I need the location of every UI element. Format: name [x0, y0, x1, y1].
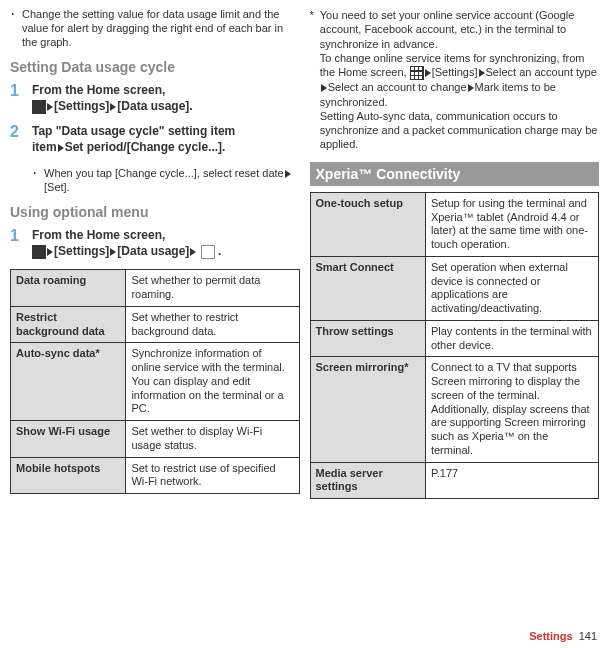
step-text: From the Home screen,: [32, 228, 165, 242]
apps-grid-icon: [32, 245, 46, 259]
substep-post: [Set].: [44, 181, 70, 193]
note-p2-c: Select an account to change: [328, 81, 467, 93]
arrow-icon: [47, 248, 53, 256]
option-desc: Set whether to permit data roaming.: [126, 270, 299, 307]
option-label: Media server settings: [310, 462, 425, 499]
note-p3: Setting Auto-sync data, communication oc…: [320, 110, 598, 151]
option-desc: Play contents in the terminal with other…: [425, 320, 598, 357]
table-row: Media server settingsP.177: [310, 462, 599, 499]
table-row: Mobile hotspotsSet to restrict use of sp…: [11, 457, 300, 494]
option-desc: P.177: [425, 462, 598, 499]
footnote-text: You need to set your online service acco…: [320, 8, 599, 152]
apps-grid-icon: [32, 100, 46, 114]
option-label: Screen mirroring*: [310, 357, 425, 462]
option-desc: Connect to a TV that supports Screen mir…: [425, 357, 598, 462]
step-text: [Settings]: [54, 99, 109, 113]
option-label: Data roaming: [11, 270, 126, 307]
section-banner: Xperia™ Connectivity: [310, 162, 600, 186]
table-row: Auto-sync data*Synchronize information o…: [11, 343, 300, 421]
arrow-icon: [58, 144, 64, 152]
arrow-icon: [47, 103, 53, 111]
bullet-item: ･ Change the setting value for data usag…: [10, 8, 300, 49]
option-label: Restrict background data: [11, 306, 126, 343]
step-text: Set period/[Change cycle...].: [65, 140, 226, 154]
table-row: One-touch setupSetup for using the termi…: [310, 192, 599, 256]
table-row: Screen mirroring*Connect to a TV that su…: [310, 357, 599, 462]
arrow-icon: [425, 69, 431, 77]
step-2: 2 Tap "Data usage cycle" setting item it…: [10, 124, 300, 155]
table-row: Throw settingsPlay contents in the termi…: [310, 320, 599, 357]
section-heading: Setting Data usage cycle: [10, 59, 300, 75]
option-desc: Synchronize information of online servic…: [126, 343, 299, 421]
step-text: [Settings]: [54, 244, 109, 258]
footnote: * You need to set your online service ac…: [310, 8, 600, 152]
bullet-mark: ･: [32, 166, 38, 195]
table-row: Data roamingSet whether to permit data r…: [11, 270, 300, 307]
step-1: 1 From the Home screen, [Settings][Data …: [10, 83, 300, 114]
step-text: Tap "Data usage cycle" setting item: [32, 124, 235, 138]
table-row: Show Wi-Fi usageSet wether to display Wi…: [11, 421, 300, 458]
table-row: Restrict background dataSet whether to r…: [11, 306, 300, 343]
note-p1: You need to set your online service acco…: [320, 9, 575, 50]
option-desc: Set to restrict use of specified Wi-Fi n…: [126, 457, 299, 494]
arrow-icon: [110, 248, 116, 256]
bullet-mark: ･: [10, 8, 16, 49]
step-body: From the Home screen, [Settings][Data us…: [32, 83, 300, 114]
step-body: From the Home screen, [Settings][Data us…: [32, 228, 300, 259]
page-footer: Settings141: [529, 630, 597, 642]
right-column: * You need to set your online service ac…: [310, 8, 600, 507]
arrow-icon: [110, 103, 116, 111]
step-number: 1: [10, 228, 24, 259]
note-p2: To change online service items for synch…: [320, 52, 597, 108]
step-text: .: [218, 244, 221, 258]
option-label: Auto-sync data*: [11, 343, 126, 421]
page-number: 141: [579, 630, 597, 642]
step-text: [Data usage]: [117, 244, 189, 258]
step-text: item: [32, 140, 57, 154]
note-p2-b: Select an account type: [486, 66, 597, 78]
step-text: [Data usage].: [117, 99, 192, 113]
step-number: 1: [10, 83, 24, 114]
arrow-icon: [479, 69, 485, 77]
option-desc: Set whether to restrict background data.: [126, 306, 299, 343]
option-label: Smart Connect: [310, 256, 425, 320]
apps-grid-icon: [410, 66, 424, 80]
options-table-left: Data roamingSet whether to permit data r…: [10, 269, 300, 494]
bullet-text: Change the setting value for data usage …: [22, 8, 300, 49]
option-label: Throw settings: [310, 320, 425, 357]
options-table-right: One-touch setupSetup for using the termi…: [310, 192, 600, 499]
arrow-icon: [285, 170, 291, 178]
section-heading: Using optional menu: [10, 204, 300, 220]
option-desc: Set operation when external device is co…: [425, 256, 598, 320]
option-label: One-touch setup: [310, 192, 425, 256]
arrow-icon: [468, 84, 474, 92]
arrow-icon: [321, 84, 327, 92]
option-label: Show Wi-Fi usage: [11, 421, 126, 458]
substep-pre: When you tap [Change cycle...], select r…: [44, 167, 284, 179]
footer-section-label: Settings: [529, 630, 572, 642]
note-p2-a: [Settings]: [432, 66, 478, 78]
overflow-menu-icon: [201, 245, 215, 259]
substep-text: When you tap [Change cycle...], select r…: [44, 166, 300, 195]
step-body: Tap "Data usage cycle" setting item item…: [32, 124, 300, 155]
step-3: 1 From the Home screen, [Settings][Data …: [10, 228, 300, 259]
left-column: ･ Change the setting value for data usag…: [10, 8, 300, 507]
substep: ･ When you tap [Change cycle...], select…: [32, 166, 300, 195]
footnote-mark: *: [310, 8, 314, 152]
option-desc: Set wether to display Wi-Fi usage status…: [126, 421, 299, 458]
option-desc: Setup for using the terminal and Xperia™…: [425, 192, 598, 256]
option-label: Mobile hotspots: [11, 457, 126, 494]
step-text: From the Home screen,: [32, 83, 165, 97]
arrow-icon: [190, 248, 196, 256]
table-row: Smart ConnectSet operation when external…: [310, 256, 599, 320]
step-number: 2: [10, 124, 24, 155]
